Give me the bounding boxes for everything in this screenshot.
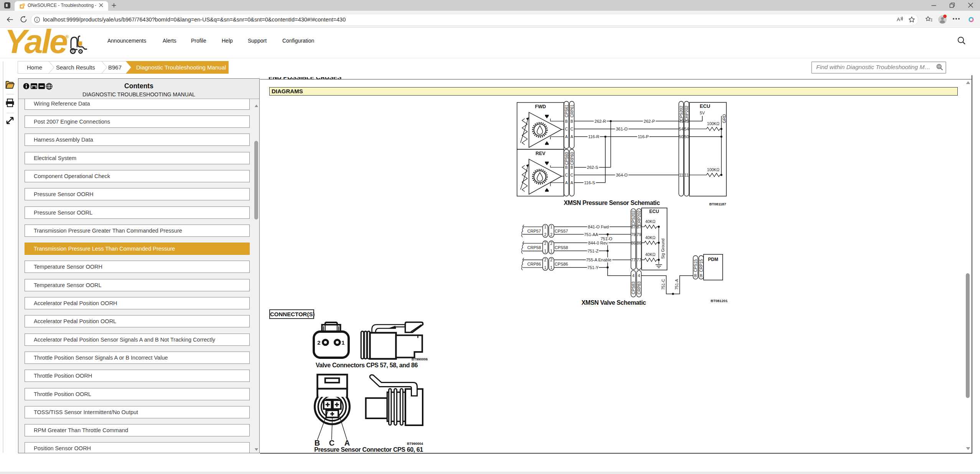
svg-text:CPS86: CPS86 [555,262,568,266]
svg-text:2: 2 [550,232,553,237]
svg-text:86: 86 [637,241,641,245]
svg-text:364-O: 364-O [616,173,628,177]
svg-text:100KΩ: 100KΩ [707,121,720,126]
svg-text:CPS61: CPS61 [564,104,569,117]
svg-text:1: 1 [550,249,553,253]
svg-text:50: 50 [684,134,689,139]
svg-text:751-Y: 751-Y [587,265,599,270]
svg-text:4: 4 [638,273,640,278]
svg-text:ECU: ECU [700,103,710,109]
svg-text:116-R: 116-R [588,134,599,139]
svg-text:87: 87 [631,225,636,229]
svg-text:CRP57: CRP57 [527,229,541,233]
svg-text:ECU: ECU [649,209,659,214]
svg-text:1: 1 [544,265,547,270]
svg-text:CRP61: CRP61 [570,104,574,117]
svg-text:116-P: 116-P [638,134,649,139]
svg-text:11: 11 [679,173,683,177]
svg-text:116-S: 116-S [584,180,595,185]
svg-text:CPS57: CPS57 [555,229,568,233]
svg-text:2: 2 [317,339,320,346]
svg-text:BT081187: BT081187 [709,202,726,206]
svg-text:CPS58: CPS58 [555,245,568,250]
svg-text:2: 2 [550,258,553,262]
svg-text:A: A [570,134,573,139]
svg-text:A: A [570,180,573,185]
svg-text:CRP86: CRP86 [527,262,541,266]
svg-text:1: 1 [544,249,547,253]
svg-text:40KΩ: 40KΩ [645,219,656,224]
svg-text:2: 2 [544,258,547,262]
svg-text:1: 1 [341,339,344,346]
svg-text:2: 2 [544,241,547,246]
svg-text:751-Z: 751-Z [588,249,599,253]
svg-text:5V: 5V [700,111,705,115]
svg-text:C: C [565,173,568,177]
svg-text:CPS202: CPS202 [631,210,636,225]
svg-text:A: A [565,180,568,185]
svg-text:87: 87 [637,225,641,229]
svg-text:CPS83: CPS83 [631,281,636,294]
svg-text:40KΩ: 40KΩ [645,235,656,240]
svg-text:262-S: 262-S [587,165,598,170]
svg-text:86: 86 [631,241,636,245]
svg-text:40KΩ: 40KΩ [645,252,656,257]
svg-text:CPS60: CPS60 [564,152,569,165]
svg-text:361-O: 361-O [616,127,628,131]
svg-text:C: C [570,173,573,177]
svg-text:CRP58: CRP58 [527,245,541,250]
svg-text:54: 54 [684,127,689,131]
svg-text:262-R: 262-R [595,119,606,124]
svg-text:77: 77 [631,258,636,262]
svg-text:CRP83: CRP83 [637,281,641,294]
svg-text:C: C [565,127,568,131]
svg-text:11: 11 [684,173,688,177]
svg-text:B: B [315,439,320,447]
svg-text:79: 79 [637,232,641,237]
svg-text:1: 1 [550,225,553,229]
svg-text:844-0 Rev: 844-0 Rev [588,241,608,245]
svg-text:BT081201: BT081201 [711,299,728,303]
svg-text:2: 2 [550,241,553,246]
svg-text:B: B [694,273,697,278]
svg-text:GRD: GRD [722,114,726,123]
svg-text:C: C [570,127,573,131]
svg-text:1: 1 [550,265,553,270]
svg-text:FWD: FWD [535,104,546,109]
svg-text:C: C [329,439,334,447]
svg-text:751-C: 751-C [661,279,665,290]
svg-text:79: 79 [631,232,636,237]
svg-text:2: 2 [544,232,547,237]
svg-text:841-O Fwd: 841-O Fwd [588,225,609,229]
svg-text:CRP60: CRP60 [570,152,574,165]
svg-text:REV: REV [535,151,545,156]
svg-text:100KΩ: 100KΩ [707,167,720,172]
svg-text:A: A [344,439,350,447]
svg-text:CRP15: CRP15 [699,259,703,272]
svg-text:B: B [570,165,573,170]
svg-text:4: 4 [632,273,634,278]
svg-text:B: B [570,119,573,124]
svg-text:A: A [897,17,900,22]
svg-text:751-AA: 751-AA [584,232,598,237]
svg-text:77: 77 [637,258,641,262]
svg-text:B: B [565,165,568,170]
svg-text:262-P: 262-P [644,119,655,124]
svg-text:CRP202: CRP202 [637,210,641,226]
svg-text:1: 1 [544,225,547,229]
svg-text:54: 54 [679,127,684,131]
svg-text:B: B [700,273,702,278]
svg-text:50: 50 [679,134,684,139]
svg-text:A: A [565,134,568,139]
svg-text:PDM: PDM [708,257,718,262]
svg-text:751-A: 751-A [674,279,679,290]
svg-text:Sig Ground: Sig Ground [660,238,665,259]
svg-text:CPS15: CPS15 [693,259,698,272]
svg-text:49: 49 [679,119,684,124]
svg-text:49: 49 [684,119,689,124]
svg-text:755-A Enable: 755-A Enable [586,258,611,262]
svg-text:B: B [565,119,568,124]
